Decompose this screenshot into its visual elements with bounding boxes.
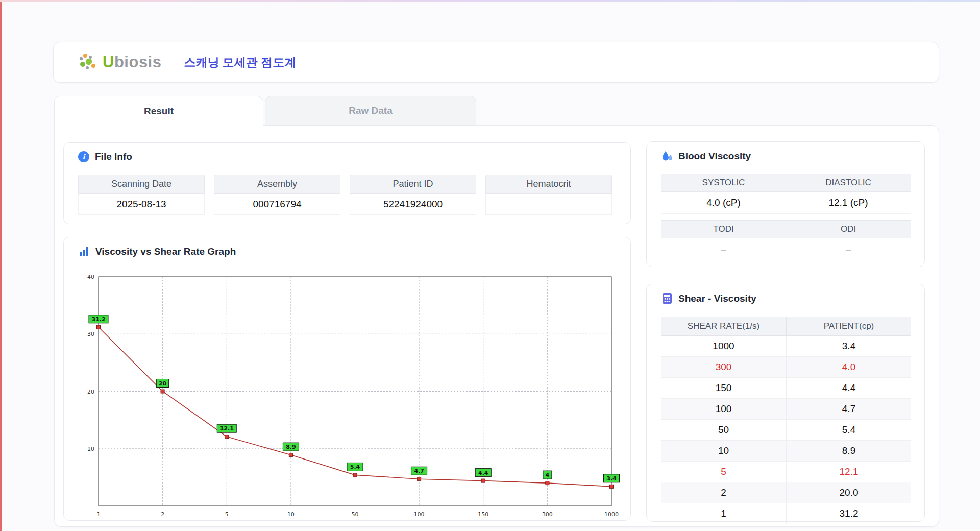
- page-title: 스캐닝 모세관 점도계: [184, 55, 296, 70]
- top-accent-bar: [0, 0, 980, 2]
- svg-text:10: 10: [287, 511, 295, 518]
- blood-viscosity-grid: SYSTOLICDIASTOLIC4.0 (cP)12.1 (cP)TODIOD…: [661, 174, 911, 267]
- cell-shear-rate: 1: [661, 503, 786, 524]
- cell-patient: 31.2: [786, 503, 911, 524]
- shear-viscosity-title-row: Shear - Viscosity: [647, 284, 924, 304]
- calculator-icon: [661, 293, 673, 304]
- metric-label: TODI: [661, 220, 786, 238]
- cell-patient: 12.1: [786, 462, 911, 482]
- svg-text:2: 2: [161, 511, 164, 518]
- cell-shear-rate: 150: [661, 378, 786, 398]
- table-row: 108.9: [661, 441, 911, 462]
- shear-viscosity-title: Shear - Viscosity: [678, 293, 756, 304]
- file-info-fields: Scanning Date2025-08-13Assembly000716794…: [78, 175, 612, 215]
- logo-dots-icon: [77, 53, 99, 71]
- field-label: Patient ID: [350, 175, 476, 194]
- tab-raw-data[interactable]: Raw Data: [265, 96, 476, 125]
- svg-text:1: 1: [97, 511, 101, 518]
- field-label: Scanning Date: [78, 175, 205, 194]
- svg-text:3.4: 3.4: [606, 475, 617, 482]
- file-info-field: Patient ID52241924000: [350, 175, 476, 215]
- table-row: 512.1: [661, 462, 911, 482]
- metric-label: DIASTOLIC: [786, 174, 911, 192]
- blood-viscosity-title: Blood Viscosity: [678, 151, 751, 162]
- cell-patient: 20.0: [786, 482, 911, 503]
- svg-text:5: 5: [225, 511, 229, 518]
- cell-patient: 4.0: [786, 357, 911, 377]
- logo-wordmark: Ubiosis: [103, 53, 161, 71]
- logo-letter-u: U: [103, 53, 114, 71]
- cell-shear-rate: 10: [661, 441, 786, 461]
- field-label: Hematocrit: [485, 175, 612, 194]
- svg-text:20: 20: [87, 389, 94, 395]
- file-info-field: Scanning Date2025-08-13: [78, 175, 205, 215]
- blood-viscosity-pair: SYSTOLICDIASTOLIC4.0 (cP)12.1 (cP): [661, 174, 911, 214]
- column-patient: PATIENT(cp): [786, 317, 911, 336]
- svg-text:50: 50: [352, 511, 359, 518]
- metric-label: SYSTOLIC: [661, 174, 786, 192]
- column-shear-rate: SHEAR RATE(1/s): [661, 317, 786, 336]
- cell-shear-rate: 2: [661, 482, 786, 503]
- svg-text:1000: 1000: [604, 511, 619, 518]
- metric-value: –: [786, 238, 911, 260]
- cell-shear-rate: 50: [661, 420, 786, 440]
- svg-text:300: 300: [542, 511, 553, 518]
- table-row: 1004.7: [661, 399, 911, 420]
- svg-text:30: 30: [87, 331, 94, 337]
- table-row: 3004.0: [661, 357, 911, 378]
- cell-patient: 4.7: [786, 399, 911, 419]
- water-drop-icon: [661, 150, 673, 162]
- field-value: [485, 194, 612, 215]
- svg-text:150: 150: [478, 511, 488, 518]
- cell-shear-rate: 5: [661, 462, 786, 482]
- cell-patient: 5.4: [786, 420, 911, 440]
- shear-table: SHEAR RATE(1/s) PATIENT(cp) 10003.43004.…: [661, 317, 911, 524]
- logo-word-rest: biosis: [114, 53, 162, 71]
- table-row: 505.4: [661, 420, 911, 441]
- metric-value: 12.1 (cP): [786, 192, 911, 214]
- app-header: Ubiosis 스캐닝 모세관 점도계: [53, 42, 939, 83]
- shear-table-header: SHEAR RATE(1/s) PATIENT(cp): [661, 317, 911, 336]
- svg-text:4.4: 4.4: [478, 470, 488, 476]
- cell-shear-rate: 100: [661, 399, 786, 419]
- shear-table-body: 10003.43004.01504.41004.7505.4108.9512.1…: [661, 336, 911, 524]
- metric-label: ODI: [786, 220, 911, 238]
- file-info-card: i File Info Scanning Date2025-08-13Assem…: [63, 142, 631, 224]
- field-value: 2025-08-13: [78, 194, 205, 215]
- blood-viscosity-title-row: Blood Viscosity: [647, 142, 924, 162]
- svg-text:4.7: 4.7: [414, 468, 424, 474]
- blood-viscosity-card: Blood Viscosity SYSTOLICDIASTOLIC4.0 (cP…: [646, 141, 925, 267]
- cell-shear-rate: 300: [661, 357, 786, 377]
- svg-text:4: 4: [546, 472, 550, 478]
- svg-text:20: 20: [159, 380, 167, 387]
- metric-value: –: [661, 238, 786, 260]
- table-row: 10003.4: [661, 336, 911, 357]
- svg-text:8.9: 8.9: [286, 444, 296, 450]
- cell-shear-rate: 1000: [661, 336, 786, 356]
- svg-text:10: 10: [87, 446, 94, 452]
- field-label: Assembly: [214, 175, 340, 194]
- table-row: 220.0: [661, 482, 911, 503]
- svg-text:100: 100: [414, 511, 425, 518]
- field-value: 52241924000: [350, 194, 476, 215]
- file-info-field: Hematocrit: [485, 175, 612, 215]
- table-row: 131.2: [661, 503, 911, 524]
- cell-patient: 8.9: [786, 441, 911, 461]
- cell-patient: 4.4: [786, 378, 911, 398]
- viscosity-chart: 31.22012.18.95.44.74.443.412510501001503…: [77, 270, 625, 524]
- info-icon: i: [78, 151, 89, 162]
- file-info-field: Assembly000716794: [214, 175, 340, 215]
- graph-title-row: Viscosity vs Shear Rate Graph: [64, 237, 630, 257]
- shear-viscosity-card: Shear - Viscosity SHEAR RATE(1/s) PATIEN…: [646, 284, 925, 522]
- chart-canvas: 31.22012.18.95.44.74.443.412510501001503…: [77, 270, 625, 522]
- file-info-title-row: i File Info: [64, 143, 630, 162]
- left-accent-bar: [0, 2, 2, 531]
- cell-patient: 3.4: [786, 336, 911, 356]
- tab-result[interactable]: Result: [54, 96, 263, 126]
- svg-text:40: 40: [87, 274, 94, 280]
- file-info-title: File Info: [95, 151, 132, 162]
- svg-text:5.4: 5.4: [350, 464, 360, 470]
- bar-chart-icon: [78, 246, 90, 257]
- table-row: 1504.4: [661, 378, 911, 399]
- viscosity-graph-card: Viscosity vs Shear Rate Graph 31.22012.1…: [63, 237, 631, 521]
